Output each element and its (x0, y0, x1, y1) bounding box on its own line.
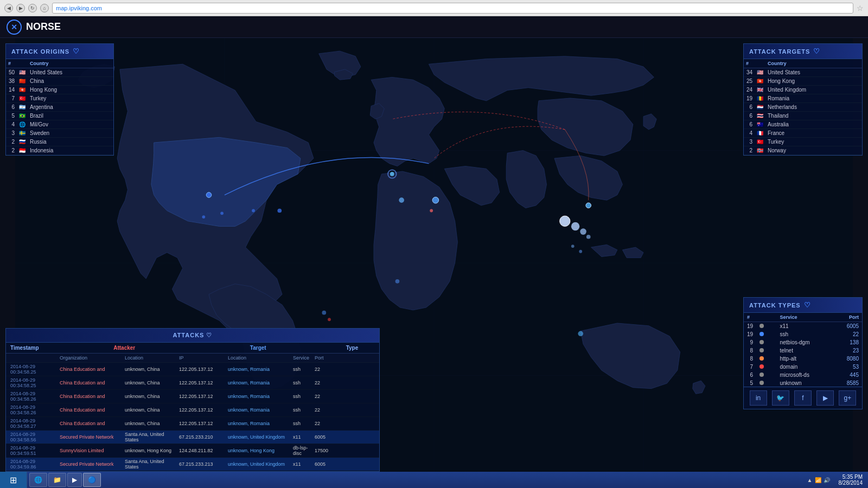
target-count: 6 (744, 103, 755, 112)
attack-org: China Education and (58, 380, 123, 386)
target-country: Turkey (765, 138, 862, 146)
target-country: Australia (765, 120, 862, 129)
origin-count: 2 (6, 138, 17, 146)
svg-point-14 (399, 197, 404, 203)
logo-text: NORSE (26, 21, 61, 33)
origins-row: 50 🇺🇸 United States (6, 68, 113, 77)
origin-count: 6 (6, 103, 17, 112)
attack-types-panel: ATTACK TYPES ♡ # Service Port 19 x11 600… (743, 297, 863, 388)
gplus-button[interactable]: g+ (839, 390, 856, 406)
attack-port: 17500 (312, 448, 331, 453)
origin-country: Mil/Gov (28, 120, 113, 129)
attack-ip: 124.248.211.82 (177, 448, 226, 453)
types-row: 19 x11 6005 (744, 322, 862, 331)
attack-loc: unknown, China (123, 421, 177, 426)
attacks-col-headers: Timestamp Attacker Target Type (6, 343, 379, 354)
attack-service: ssh (291, 380, 312, 386)
refresh-button[interactable]: ↻ (28, 4, 37, 12)
col-dot-type (756, 313, 776, 322)
type-dot-cell (756, 338, 776, 346)
target-flag: 🇹🇭 (755, 112, 765, 120)
home-button[interactable]: ⌂ (40, 4, 49, 12)
col-timestamp-header: Timestamp (6, 345, 58, 351)
origin-country: Argentina (28, 103, 113, 112)
tray-icon-3: 🔊 (824, 477, 830, 483)
bookmark-icon[interactable]: ☆ (857, 4, 864, 12)
origins-row: 2 🇷🇺 Russia (6, 138, 113, 146)
type-dot-cell (756, 363, 776, 371)
target-flag: 🇦🇺 (755, 120, 765, 129)
origin-flag: 🇺🇸 (17, 68, 28, 77)
linkedin-button[interactable]: in (750, 390, 767, 406)
origin-flag: 🇦🇷 (17, 103, 28, 112)
target-country: France (765, 129, 862, 138)
origin-flag: 🇷🇺 (17, 138, 28, 146)
youtube-button[interactable]: ▶ (816, 390, 834, 406)
svg-point-20 (586, 235, 591, 239)
targets-row: 19 🇷🇴 Romania (744, 94, 862, 103)
target-count: 6 (744, 120, 755, 129)
attack-origins-icon: ♡ (73, 47, 80, 55)
col-hash: # (6, 59, 17, 68)
taskbar-items: 🌐 📁 ▶ 🔵 (27, 473, 804, 487)
attack-ip: 122.205.137.12 (177, 407, 226, 413)
targets-row: 6 🇳🇱 Netherlands (744, 103, 862, 112)
origin-country: Hong Kong (28, 86, 113, 94)
attack-loc: unknown, China (123, 380, 177, 386)
types-row: 5 unknown 8585 (744, 379, 862, 387)
twitter-button[interactable]: 🐦 (772, 390, 789, 406)
taskbar-media[interactable]: ▶ (67, 473, 82, 487)
sub-ip: IP (177, 355, 226, 361)
attack-targets-table: # Country 34 🇺🇸 United States 25 🇭🇰 Hong… (744, 59, 862, 155)
svg-point-8 (202, 215, 205, 219)
attack-ip: 67.215.233.213 (177, 461, 226, 467)
target-flag: 🇫🇷 (755, 129, 765, 138)
type-count: 9 (744, 338, 756, 346)
attack-port: 22 (312, 380, 331, 386)
targets-row: 3 🇹🇷 Turkey (744, 138, 862, 146)
target-count: 6 (744, 112, 755, 120)
col-flag-t (755, 59, 765, 68)
back-button[interactable]: ◀ (4, 4, 13, 12)
col-attacker-header: Attacker (58, 345, 192, 351)
attack-targets-header: ATTACK TARGETS ♡ (744, 44, 862, 59)
clock-date: 8/28/2014 (839, 480, 863, 486)
target-flag: 🇷🇴 (755, 94, 765, 103)
attacks-panel: ATTACKS ♡ Timestamp Attacker Target Type… (5, 328, 380, 472)
taskbar-ie[interactable]: 🌐 (29, 473, 47, 487)
target-country: United States (765, 68, 862, 77)
attack-origins-header: ATTACK ORIGINS ♡ (6, 44, 113, 59)
svg-point-25 (395, 279, 400, 284)
target-count: 25 (744, 77, 755, 86)
col-country: Country (28, 59, 113, 68)
types-row: 19 ssh 22 (744, 330, 862, 338)
type-service: domain (776, 363, 833, 371)
types-row: 7 domain 53 (744, 363, 862, 371)
facebook-button[interactable]: f (794, 390, 812, 406)
address-bar[interactable]: map.ipviking.com (52, 3, 853, 14)
svg-point-22 (579, 250, 582, 253)
attack-row: 2014-08-29 00:34:59.86 Secured Private N… (6, 458, 379, 471)
url-text: map.ipviking.com (56, 5, 102, 11)
type-service: unknown (776, 379, 833, 387)
origin-count: 2 (6, 146, 17, 155)
attack-types-header: ATTACK TYPES ♡ (744, 298, 862, 313)
origin-count: 7 (6, 94, 17, 103)
attack-org: Secured Private Network (58, 461, 123, 467)
type-service: telnet (776, 346, 833, 355)
forward-button[interactable]: ▶ (16, 4, 25, 12)
start-button[interactable]: ⊞ (0, 472, 27, 488)
type-count: 19 (744, 330, 756, 338)
origin-flag: 🇨🇳 (17, 77, 28, 86)
target-count: 19 (744, 94, 755, 103)
origin-flag: 🇭🇰 (17, 86, 28, 94)
taskbar-explorer[interactable]: 📁 (48, 473, 66, 487)
origins-row: 6 🇦🇷 Argentina (6, 103, 113, 112)
svg-point-7 (206, 192, 212, 198)
attack-origins-title: ATTACK ORIGINS (11, 48, 69, 55)
attacks-icon: ♡ (206, 332, 212, 338)
taskbar-chrome[interactable]: 🔵 (83, 473, 101, 487)
type-count: 8 (744, 355, 756, 363)
sub-port: Port (312, 355, 331, 361)
svg-point-27 (328, 318, 331, 321)
